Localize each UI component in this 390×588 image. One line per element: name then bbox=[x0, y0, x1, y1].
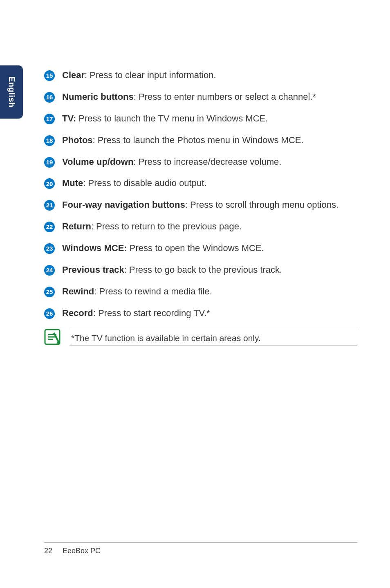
content-list: 15Clear: Press to clear input informatio… bbox=[44, 69, 357, 346]
item-text: Numeric buttons: Press to enter numbers … bbox=[62, 90, 357, 103]
item-number-badge: 24 bbox=[44, 265, 55, 276]
list-item: 16Numeric buttons: Press to enter number… bbox=[44, 90, 357, 103]
note-icon bbox=[44, 329, 61, 345]
list-item: 26Record: Press to start recording TV.* bbox=[44, 307, 357, 320]
list-item: 15Clear: Press to clear input informatio… bbox=[44, 69, 357, 82]
page-number: 22 bbox=[44, 547, 52, 555]
note-row: *The TV function is available in certain… bbox=[44, 329, 357, 346]
item-number-badge: 17 bbox=[44, 114, 55, 124]
list-item: 17TV: Press to launch the TV menu in Win… bbox=[44, 112, 357, 125]
item-term: Windows MCE: bbox=[62, 243, 127, 253]
item-number-badge: 22 bbox=[44, 222, 55, 232]
item-text: Rewind: Press to rewind a media file. bbox=[62, 285, 357, 298]
item-description: : Press to start recording TV.* bbox=[93, 308, 210, 318]
item-text: Return: Press to return to the previous … bbox=[62, 220, 357, 233]
list-item: 25Rewind: Press to rewind a media file. bbox=[44, 285, 357, 298]
list-item: 22Return: Press to return to the previou… bbox=[44, 220, 357, 233]
item-term: Four-way navigation buttons bbox=[62, 200, 185, 210]
item-description: : Press to return to the previous page. bbox=[91, 221, 242, 231]
item-text: Windows MCE: Press to open the Windows M… bbox=[62, 242, 357, 255]
list-item: 23Windows MCE: Press to open the Windows… bbox=[44, 242, 357, 255]
item-text: Record: Press to start recording TV.* bbox=[62, 307, 357, 320]
item-text: Mute: Press to disable audio output. bbox=[62, 177, 357, 190]
item-number-badge: 16 bbox=[44, 92, 55, 103]
item-text: Volume up/down: Press to increase/decrea… bbox=[62, 155, 357, 168]
item-text: Clear: Press to clear input information. bbox=[62, 69, 357, 82]
item-term: Clear bbox=[62, 70, 85, 80]
note-text-container: *The TV function is available in certain… bbox=[69, 329, 357, 346]
item-description: : Press to rewind a media file. bbox=[94, 286, 212, 296]
item-term: Record bbox=[62, 308, 93, 318]
item-description: Press to launch the TV menu in Windows M… bbox=[76, 113, 268, 123]
page-footer: 22 EeeBox PC bbox=[44, 542, 357, 555]
item-term: Photos bbox=[62, 135, 93, 145]
list-item: 21Four-way navigation buttons: Press to … bbox=[44, 198, 357, 211]
item-number-badge: 18 bbox=[44, 135, 55, 146]
item-text: Previous track: Press to go back to the … bbox=[62, 263, 357, 276]
item-description: : Press to go back to the previous track… bbox=[124, 265, 282, 275]
divider bbox=[69, 346, 357, 346]
list-item: 18Photos: Press to launch the Photos men… bbox=[44, 134, 357, 147]
item-description: : Press to clear input information. bbox=[85, 70, 216, 80]
item-term: Mute bbox=[62, 178, 83, 188]
item-number-badge: 15 bbox=[44, 70, 55, 81]
language-tab-label: English bbox=[7, 76, 16, 108]
item-description: : Press to launch the Photos menu in Win… bbox=[93, 135, 304, 145]
item-term: Numeric buttons bbox=[62, 92, 134, 102]
item-description: : Press to increase/decrease volume. bbox=[133, 157, 281, 167]
item-description: : Press to scroll through menu options. bbox=[185, 200, 338, 210]
item-text: Photos: Press to launch the Photos menu … bbox=[62, 134, 357, 147]
footer-title: EeeBox PC bbox=[63, 547, 101, 555]
list-item: 20Mute: Press to disable audio output. bbox=[44, 177, 357, 190]
note-text: *The TV function is available in certain… bbox=[69, 332, 357, 346]
divider bbox=[69, 329, 357, 329]
item-term: Return bbox=[62, 221, 91, 231]
item-number-badge: 26 bbox=[44, 308, 55, 319]
item-description: Press to open the Windows MCE. bbox=[127, 243, 264, 253]
item-text: Four-way navigation buttons: Press to sc… bbox=[62, 198, 357, 211]
list-item: 19Volume up/down: Press to increase/decr… bbox=[44, 155, 357, 168]
item-description: : Press to disable audio output. bbox=[83, 178, 206, 188]
item-number-badge: 20 bbox=[44, 178, 55, 189]
list-item: 24Previous track: Press to go back to th… bbox=[44, 263, 357, 276]
item-number-badge: 25 bbox=[44, 287, 55, 297]
item-number-badge: 19 bbox=[44, 157, 55, 168]
item-term: TV: bbox=[62, 113, 76, 123]
item-number-badge: 23 bbox=[44, 243, 55, 254]
language-tab: English bbox=[0, 65, 23, 119]
item-number-badge: 21 bbox=[44, 200, 55, 211]
item-text: TV: Press to launch the TV menu in Windo… bbox=[62, 112, 357, 125]
item-term: Rewind bbox=[62, 286, 94, 296]
item-description: : Press to enter numbers or select a cha… bbox=[134, 92, 316, 102]
item-term: Previous track bbox=[62, 265, 124, 275]
item-term: Volume up/down bbox=[62, 157, 133, 167]
